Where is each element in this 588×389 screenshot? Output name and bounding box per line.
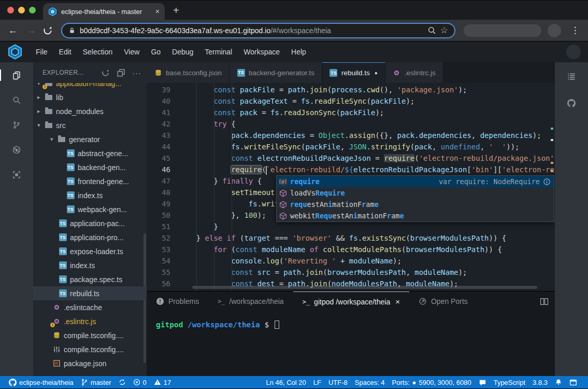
tree-item[interactable]: TSabstract-gene...	[33, 146, 147, 160]
status-item-typescript[interactable]: TypeScript	[490, 379, 529, 386]
browser-profile-avatar[interactable]	[548, 24, 561, 37]
close-window-button[interactable]	[7, 7, 14, 13]
dirty-indicator-icon[interactable]: ●	[375, 70, 378, 76]
browser-tab[interactable]: eclipse-theia/theia - master ×	[43, 3, 165, 20]
status-item-utf-8[interactable]: UTF-8	[325, 379, 351, 386]
zoom-page-icon[interactable]	[427, 26, 436, 35]
code-editor[interactable]: 394041424344454647484950515253545556 con…	[147, 83, 555, 291]
panel-tab-Problems[interactable]: !Problems	[147, 291, 208, 311]
menu-item-edit[interactable]: Edit	[53, 48, 77, 56]
status-item-17[interactable]: 17	[150, 379, 175, 386]
status-item-0[interactable]: 0	[130, 379, 150, 386]
suggest-item[interactable]: webkitRequestAnimationFrame	[277, 210, 554, 221]
activity-files[interactable]	[0, 70, 33, 81]
browser-menu-kebab-icon[interactable]: ⋮	[567, 25, 583, 36]
chat-icon	[479, 379, 486, 386]
menu-item-view[interactable]: View	[118, 48, 145, 56]
tree-item[interactable]: .eslintcache	[33, 300, 147, 314]
activity-search[interactable]	[0, 94, 33, 106]
split-panel-icon[interactable]	[540, 297, 549, 306]
suggest-item[interactable]: loadVsRequire	[277, 187, 554, 199]
status-item-master[interactable]: master	[77, 379, 115, 386]
status-item[interactable]	[115, 379, 130, 386]
status-item-eclipse-theia-theia[interactable]: eclipse-theia/theia	[5, 379, 77, 386]
menu-item-help[interactable]: Help	[285, 48, 312, 56]
menu-item-workspace[interactable]: Workspace	[238, 48, 285, 56]
ts-icon: TS	[66, 163, 75, 172]
user-avatar-placeholder[interactable]	[566, 45, 581, 59]
address-bar[interactable]: b0dd9cdf-3453-4fe2-9a5c-66403d3ea7af.ws-…	[61, 23, 455, 38]
autocomplete-popup: [@]requirevar require: NodeRequireloadVs…	[276, 175, 554, 222]
panel-tab--workspace-theia[interactable]: >_/workspace/theia	[208, 291, 293, 311]
tab-close-icon[interactable]: ×	[155, 8, 160, 15]
new-tab-button[interactable]: +	[165, 5, 188, 20]
reload-button[interactable]	[42, 25, 58, 36]
panel-tab-Open-Ports[interactable]: Open Ports	[409, 291, 477, 311]
tree-item[interactable]: ▸node_modules	[33, 104, 147, 118]
warning-badge: !	[50, 323, 55, 327]
editor-tab-backend-generator-ts[interactable]: TSbackend-generator.ts	[230, 62, 322, 83]
panel-tab-gitpod-workspace-theia[interactable]: >_gitpod /workspace/theia×	[293, 291, 409, 311]
status-item-spaces-4[interactable]: Spaces: 4	[351, 379, 389, 386]
cube-icon	[279, 212, 287, 220]
forward-button[interactable]: →	[24, 25, 39, 36]
menu-item-file[interactable]: File	[30, 48, 53, 56]
collapse-all-icon[interactable]	[117, 68, 125, 77]
editor-tab-rebuild-ts[interactable]: TSrebuild.ts●	[322, 62, 385, 83]
suggest-item[interactable]: requestAnimationFrame	[277, 199, 554, 210]
menu-item-terminal[interactable]: Terminal	[199, 48, 238, 56]
tree-item[interactable]: TSapplication-pac...	[33, 216, 147, 230]
status-item-ln-46-col-20[interactable]: Ln 46, Col 20	[262, 379, 309, 386]
panel-tab-close-icon[interactable]: ×	[395, 297, 400, 306]
tree-item[interactable]: TSapplication-pro...	[33, 230, 147, 244]
activity-github[interactable]	[555, 98, 588, 109]
menu-item-selection[interactable]: Selection	[77, 48, 119, 56]
menu-item-debug[interactable]: Debug	[166, 48, 199, 56]
tree-item[interactable]: compile.tsconfig....	[33, 342, 147, 356]
ts-icon: TS	[66, 191, 75, 200]
activity-extensions[interactable]	[0, 169, 33, 180]
status-item[interactable]	[551, 379, 566, 386]
code-line: const src = path.join(browserModulesPath…	[179, 267, 555, 278]
tree-item[interactable]: TSfrontend-gene...	[33, 174, 147, 188]
activity-open-editors-list[interactable]	[555, 71, 588, 82]
tree-item[interactable]: npackage.json	[33, 356, 147, 370]
window-controls	[0, 7, 43, 20]
tree-item[interactable]: TSexpose-loader.ts	[33, 244, 147, 258]
tree-item[interactable]: ▸lib	[33, 90, 147, 104]
minimize-window-button[interactable]	[18, 7, 25, 13]
warning-badge: !	[42, 85, 47, 89]
status-item-3-8-3[interactable]: 3.8.3	[529, 379, 551, 386]
bookmark-star-icon[interactable]: ☆	[440, 25, 448, 36]
tree-item[interactable]: ▾src	[33, 118, 147, 132]
tree-item-label: lib	[56, 93, 63, 102]
tree-item[interactable]: TSbackend-gen...	[33, 160, 147, 174]
horizontal-scrollbar[interactable]	[192, 286, 537, 289]
terminal[interactable]: gitpod /workspace/theia $	[147, 311, 555, 330]
status-item-5900-3000-6080[interactable]: Ports:●5900, 3000, 6080	[389, 379, 475, 386]
suggest-item[interactable]: [@]requirevar require: NodeRequire	[277, 176, 554, 187]
menu-item-go[interactable]: Go	[145, 48, 166, 56]
tree-item[interactable]: compile.tsconfig....	[33, 328, 147, 342]
browser-toolbar: ← → b0dd9cdf-3453-4fe2-9a5c-66403d3ea7af…	[0, 20, 588, 41]
tree-item[interactable]: ▾generator	[33, 132, 147, 146]
activity-debug-off[interactable]	[0, 144, 33, 156]
refresh-icon[interactable]	[101, 68, 110, 77]
editor-tab-base-tsconfig-json[interactable]: base.tsconfig.json	[147, 62, 230, 83]
activity-scm[interactable]	[0, 119, 33, 131]
info-icon[interactable]	[543, 178, 551, 186]
tree-item[interactable]: TSindex.ts	[33, 188, 147, 202]
status-item[interactable]	[475, 379, 490, 386]
tree-item[interactable]: TSrebuild.ts	[33, 286, 147, 300]
status-item-lf[interactable]: LF	[310, 379, 325, 386]
more-actions-icon[interactable]: ···	[132, 68, 141, 77]
tree-item[interactable]: !.eslintrc.js	[33, 314, 147, 328]
back-button[interactable]: ←	[5, 25, 21, 36]
status-item[interactable]	[566, 379, 581, 386]
tree-item[interactable]: TSwebpack-gen...	[33, 202, 147, 216]
tree-item[interactable]: TSpackage.spec.ts	[33, 272, 147, 286]
maximize-window-button[interactable]	[29, 7, 36, 13]
tree-item[interactable]: ▾!application-manag...	[33, 83, 147, 90]
tree-item[interactable]: TSindex.ts	[33, 258, 147, 272]
editor-tab--eslintrc-js[interactable]: .eslintrc.js	[385, 62, 443, 83]
